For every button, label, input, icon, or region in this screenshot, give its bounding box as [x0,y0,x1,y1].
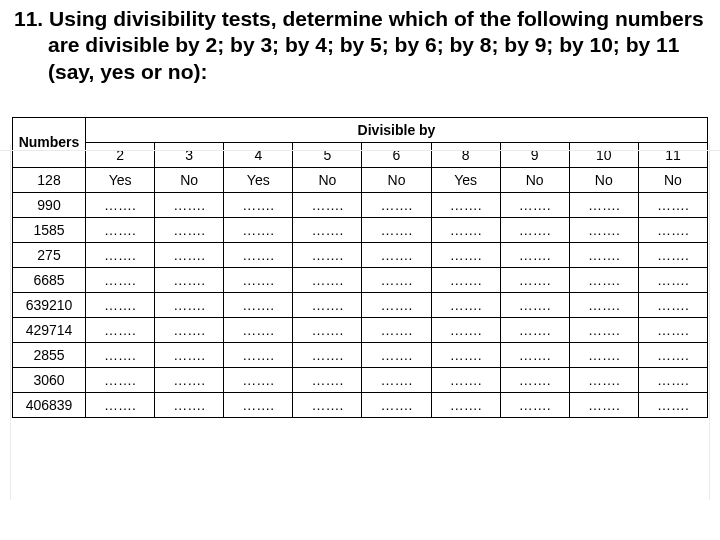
answer-cell: ……. [362,267,431,292]
question-body: Using divisibility tests, determine whic… [48,7,704,83]
answer-cell: ……. [638,217,707,242]
answer-cell: ……. [431,342,500,367]
answer-cell: ……. [431,392,500,417]
answer-cell: ……. [431,367,500,392]
answer-cell: ……. [569,367,638,392]
number-cell: 128 [13,167,86,192]
answer-cell: Yes [86,167,155,192]
table-row: 6685…….…….…….…….…….…….…….…….……. [13,267,708,292]
sheet-gridline [709,144,710,500]
divisor-col: 9 [500,142,569,167]
answer-cell: ……. [569,267,638,292]
answer-cell: No [638,167,707,192]
answer-cell: ……. [86,242,155,267]
answer-cell: ……. [569,242,638,267]
answer-cell: ……. [224,317,293,342]
table-header-row-1: Numbers Divisible by [13,117,708,142]
answer-cell: ……. [569,192,638,217]
question-number: 11. [14,7,43,30]
divisor-col: 2 [86,142,155,167]
answer-cell: ……. [155,192,224,217]
answer-cell: ……. [224,367,293,392]
answer-cell: ……. [431,217,500,242]
answer-cell: ……. [638,367,707,392]
divisor-col: 5 [293,142,362,167]
page: 11. Using divisibility tests, determine … [0,0,720,540]
answer-cell: ……. [362,342,431,367]
answer-cell: ……. [638,392,707,417]
answer-cell: ……. [638,292,707,317]
sheet-gridline [10,144,11,500]
answer-cell: ……. [293,367,362,392]
answer-cell: ……. [362,367,431,392]
answer-cell: ……. [362,217,431,242]
table-body: 128YesNoYesNoNoYesNoNoNo990…….…….…….…….…… [13,167,708,417]
answer-cell: No [500,167,569,192]
number-cell: 639210 [13,292,86,317]
answer-cell: ……. [362,192,431,217]
answer-cell: ……. [86,317,155,342]
divisor-col: 4 [224,142,293,167]
header-divisible-by: Divisible by [86,117,708,142]
number-cell: 429714 [13,317,86,342]
answer-cell: ……. [638,342,707,367]
table-row: 1585…….…….…….…….…….…….…….…….……. [13,217,708,242]
divisibility-table-wrap: Numbers Divisible by 2 3 4 5 6 8 9 10 11… [12,117,708,418]
table-row: 429714…….…….…….…….…….…….…….…….……. [13,317,708,342]
header-numbers: Numbers [13,117,86,167]
divisor-col: 6 [362,142,431,167]
answer-cell: ……. [500,342,569,367]
table-row: 406839…….…….…….…….…….…….…….…….……. [13,392,708,417]
answer-cell: ……. [86,292,155,317]
answer-cell: ……. [500,192,569,217]
answer-cell: ……. [86,192,155,217]
answer-cell: ……. [155,342,224,367]
divisor-col: 11 [638,142,707,167]
number-cell: 990 [13,192,86,217]
answer-cell: ……. [569,342,638,367]
answer-cell: ……. [155,217,224,242]
table-row: 275…….…….…….…….…….…….…….…….……. [13,242,708,267]
answer-cell: ……. [293,217,362,242]
answer-cell: ……. [86,367,155,392]
answer-cell: No [155,167,224,192]
answer-cell: ……. [293,267,362,292]
table-row: 2855…….…….…….…….…….…….…….…….……. [13,342,708,367]
answer-cell: ……. [224,217,293,242]
answer-cell: ……. [500,292,569,317]
answer-cell: ……. [500,267,569,292]
answer-cell: ……. [224,342,293,367]
answer-cell: ……. [155,292,224,317]
answer-cell: ……. [86,342,155,367]
answer-cell: ……. [155,242,224,267]
table-row: 128YesNoYesNoNoYesNoNoNo [13,167,708,192]
number-cell: 1585 [13,217,86,242]
answer-cell: ……. [155,367,224,392]
answer-cell: ……. [500,367,569,392]
answer-cell: Yes [224,167,293,192]
number-cell: 406839 [13,392,86,417]
divisor-col: 10 [569,142,638,167]
answer-cell: ……. [362,242,431,267]
answer-cell: ……. [293,317,362,342]
answer-cell: ……. [638,317,707,342]
table-row: 639210…….…….…….…….…….…….…….…….……. [13,292,708,317]
divisor-col: 3 [155,142,224,167]
answer-cell: ……. [86,267,155,292]
answer-cell: ……. [362,392,431,417]
answer-cell: No [569,167,638,192]
answer-cell: ……. [500,317,569,342]
answer-cell: ……. [500,392,569,417]
answer-cell: ……. [224,292,293,317]
sheet-gridline [0,150,720,151]
answer-cell: ……. [293,192,362,217]
answer-cell: Yes [431,167,500,192]
answer-cell: ……. [638,242,707,267]
answer-cell: ……. [224,392,293,417]
table-row: 990…….…….…….…….…….…….…….…….……. [13,192,708,217]
answer-cell: ……. [155,267,224,292]
answer-cell: ……. [293,242,362,267]
answer-cell: ……. [638,192,707,217]
table-header-row-2: 2 3 4 5 6 8 9 10 11 [13,142,708,167]
answer-cell: ……. [155,317,224,342]
